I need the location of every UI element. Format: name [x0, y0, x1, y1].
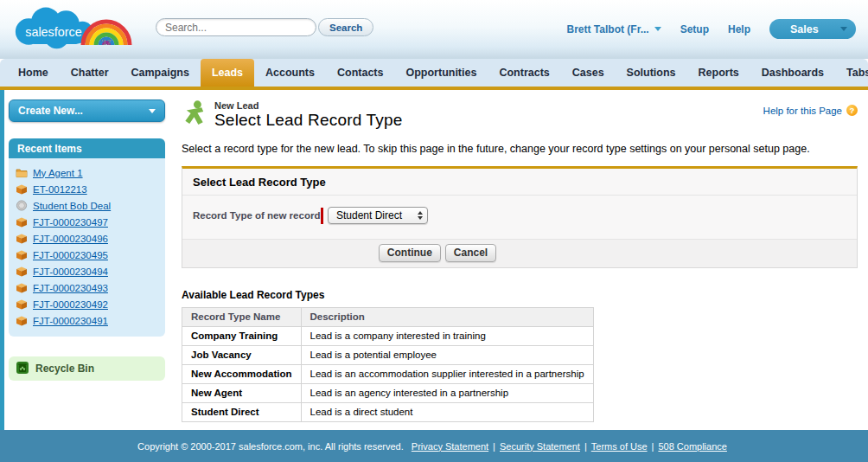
recent-item-link[interactable]: FJT-0000230495 — [33, 250, 108, 260]
recent-item-link[interactable]: FJT-0000230491 — [33, 316, 108, 326]
help-question-icon: ? — [846, 105, 858, 116]
rainbow-year-text: '17 — [101, 38, 112, 47]
tab-chatter[interactable]: Chatter — [60, 59, 120, 87]
footer-separator: | — [584, 441, 587, 452]
privacy-statement-link[interactable]: Privacy Statement — [412, 441, 488, 452]
folder-icon — [16, 167, 28, 178]
chevron-down-icon — [654, 27, 661, 31]
recent-item-link[interactable]: My Agent 1 — [33, 168, 83, 178]
tab-tabs[interactable]: Tabs — [835, 59, 868, 87]
recycle-bin-icon — [16, 361, 29, 377]
box-icon — [16, 315, 28, 326]
create-new-dropdown[interactable]: Create New... — [9, 99, 165, 122]
lead-icon — [182, 99, 208, 129]
record-type-name: New Agent — [182, 384, 302, 403]
rainbow-17-logo: '17 — [80, 7, 133, 49]
sidebar: Create New... Recent Items My Agent 1 ET… — [9, 90, 165, 381]
tab-accounts[interactable]: Accounts — [254, 59, 326, 87]
record-type-name: Student Direct — [182, 403, 302, 422]
box-icon — [16, 298, 28, 310]
tab-campaigns[interactable]: Campaigns — [120, 59, 201, 87]
recycle-bin-label: Recycle Bin — [35, 363, 94, 375]
tab-cases[interactable]: Cases — [561, 59, 616, 87]
list-item: FJT-0000230491 — [16, 312, 160, 329]
table-header-row: Record Type Name Description — [182, 308, 594, 327]
list-item: FJT-0000230492 — [16, 296, 160, 312]
record-type-name: Job Vacancy — [182, 346, 302, 365]
list-item: Student Bob Deal — [16, 197, 160, 214]
record-type-select[interactable]: Student Direct — [328, 207, 428, 224]
page-body: Create New... Recent Items My Agent 1 ET… — [0, 90, 868, 430]
tab-opportunities[interactable]: Opportunities — [394, 59, 488, 87]
recent-item-link[interactable]: FJT-0000230497 — [33, 217, 108, 228]
record-type-form-row: Record Type of new record Student Direct — [182, 195, 857, 239]
sidebar-accent-strip — [0, 90, 4, 430]
tab-solutions[interactable]: Solutions — [616, 59, 687, 87]
coin-icon — [16, 200, 28, 211]
list-item: FJT-0000230497 — [16, 214, 160, 230]
recent-item-link[interactable]: Student Bob Deal — [33, 201, 111, 211]
record-type-description: Lead is an accommodation supplier intere… — [301, 365, 593, 384]
cancel-button[interactable]: Cancel — [445, 244, 496, 262]
security-statement-link[interactable]: Security Statement — [500, 441, 580, 452]
recent-item-link[interactable]: FJT-0000230492 — [33, 299, 108, 310]
page-header: New Lead Select Lead Record Type — [182, 90, 858, 130]
select-updown-icon — [418, 211, 423, 220]
recent-item-link[interactable]: ET-0012213 — [33, 184, 87, 195]
search-input[interactable] — [156, 18, 316, 36]
page-footer: Copyright © 2000-2017 salesforce.com, in… — [0, 430, 868, 462]
tab-reports[interactable]: Reports — [687, 59, 750, 87]
help-for-page-link[interactable]: Help for this Page ? — [763, 105, 858, 116]
list-item: FJT-0000230495 — [16, 247, 160, 263]
record-type-description: Lead is a direct student — [301, 403, 593, 422]
setup-link[interactable]: Setup — [680, 23, 709, 35]
box-icon — [16, 216, 28, 228]
page-description: Select a record type for the new lead. T… — [182, 143, 858, 155]
chevron-down-icon — [149, 109, 156, 113]
app-menu-button[interactable]: Sales — [769, 19, 856, 39]
help-for-page-label: Help for this Page — [763, 106, 842, 116]
tab-contracts[interactable]: Contracts — [488, 59, 560, 87]
record-type-name: Company Training — [182, 327, 302, 346]
tab-contacts[interactable]: Contacts — [326, 59, 394, 87]
record-types-table: Record Type Name Description Company Tra… — [182, 307, 594, 422]
recent-item-link[interactable]: FJT-0000230496 — [33, 234, 108, 244]
salesforce-logo-text: salesforce — [25, 25, 82, 39]
table-row: Student Direct Lead is a direct student — [182, 403, 594, 422]
table-row: Company Training Lead is a company inter… — [182, 327, 594, 346]
footer-separator: | — [652, 441, 654, 452]
available-record-types-title: Available Lead Record Types — [182, 289, 858, 301]
footer-separator — [405, 441, 407, 452]
box-icon — [16, 282, 28, 293]
recent-item-link[interactable]: FJT-0000230494 — [33, 266, 108, 277]
list-item: FJT-0000230496 — [16, 230, 160, 247]
list-item: FJT-0000230494 — [16, 263, 160, 279]
box-icon — [16, 233, 28, 244]
user-menu[interactable]: Brett Talbot (Fr... — [567, 23, 661, 35]
record-type-description: Lead is an agency interested in a partne… — [301, 384, 593, 403]
footer-separator: | — [493, 441, 495, 452]
508-compliance-link[interactable]: 508 Compliance — [658, 441, 727, 452]
recycle-bin[interactable]: Recycle Bin — [9, 356, 165, 381]
tab-dashboards[interactable]: Dashboards — [750, 59, 835, 87]
help-link-global[interactable]: Help — [728, 23, 750, 35]
chevron-down-icon — [840, 27, 847, 31]
continue-button[interactable]: Continue — [379, 244, 441, 262]
main-tab-bar: Home Chatter Campaigns Leads Accounts Co… — [0, 59, 868, 87]
record-type-description: Lead is a potential employee — [301, 346, 593, 365]
recent-items-panel: Recent Items My Agent 1 ET-0012213 — [9, 138, 165, 337]
form-buttons-row: Continue Cancel — [182, 239, 857, 267]
table-row: New Accommodation Lead is an accommodati… — [182, 365, 594, 384]
tab-home[interactable]: Home — [7, 59, 60, 87]
tab-leads[interactable]: Leads — [201, 59, 254, 87]
box-icon — [16, 266, 28, 277]
list-item: FJT-0000230493 — [16, 279, 160, 296]
list-item: ET-0012213 — [16, 181, 160, 197]
terms-of-use-link[interactable]: Terms of Use — [591, 441, 648, 452]
page-type-label: New Lead — [214, 100, 403, 111]
record-type-field-label: Record Type of new record — [193, 210, 321, 221]
recent-item-link[interactable]: FJT-0000230493 — [33, 283, 108, 293]
record-type-description: Lead is a company interested in training — [301, 327, 593, 346]
search-button[interactable]: Search — [318, 18, 373, 36]
app-menu-label: Sales — [790, 23, 819, 35]
